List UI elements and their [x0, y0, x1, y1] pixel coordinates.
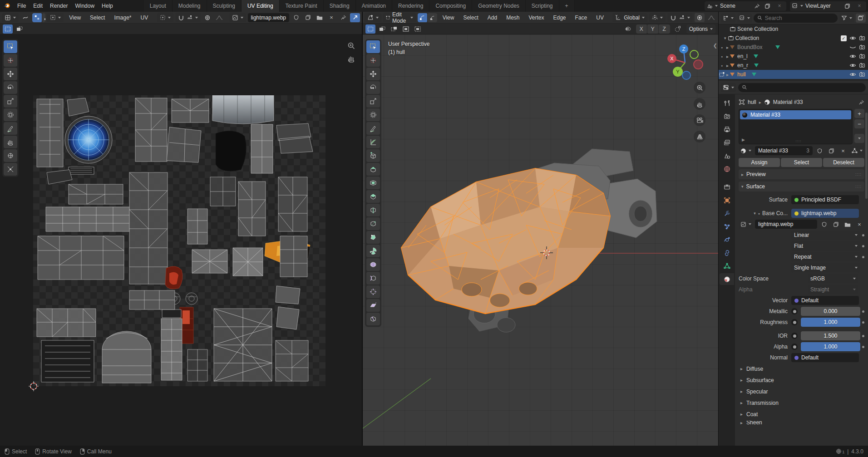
uv-menu-view[interactable]: View	[65, 12, 84, 23]
tab-scripting[interactable]: Scripting	[526, 0, 559, 12]
tool-measure[interactable]	[366, 136, 380, 148]
disable-render-icon[interactable]	[859, 63, 865, 68]
uv-canvas[interactable]	[0, 34, 362, 446]
uv-update-auto-icon[interactable]	[350, 13, 360, 22]
tab-compositing[interactable]: Compositing	[429, 0, 472, 12]
boxselect-invert-icon[interactable]	[401, 25, 411, 34]
menu-edit[interactable]: Edit	[30, 0, 46, 12]
panel-specular[interactable]: ▸Specular	[739, 387, 864, 396]
tool-spin[interactable]	[366, 245, 380, 257]
image-unlink-icon[interactable]: ×	[854, 220, 864, 229]
tool-transform[interactable]	[366, 108, 380, 121]
tool-rotate[interactable]	[366, 81, 380, 94]
tool-cursor[interactable]	[366, 54, 380, 67]
mirror-x-toggle[interactable]: X	[636, 25, 647, 34]
material-slot[interactable]: Material #33	[740, 110, 851, 119]
options-dropdown[interactable]: Options	[686, 25, 715, 34]
uv-menu-image[interactable]: Image*	[110, 12, 135, 23]
tab-material[interactable]	[720, 273, 734, 285]
tool-smooth[interactable]	[366, 258, 380, 271]
viewport-editor-type-button[interactable]	[365, 13, 381, 22]
pivot-dropdown[interactable]	[649, 13, 666, 22]
uv-2d-cursor[interactable]	[28, 381, 39, 392]
tab-output[interactable]	[720, 123, 734, 135]
uv-tool-scale[interactable]	[4, 95, 17, 108]
uv-sticky-select-button[interactable]	[47, 13, 64, 22]
toggle-perspective-button[interactable]	[694, 131, 705, 143]
boxselect-subtract-icon[interactable]	[389, 25, 399, 34]
collection-expand-icon[interactable]: ▾	[724, 36, 726, 40]
decorator-dot[interactable]	[862, 310, 864, 313]
vp-menu-select[interactable]: Select	[459, 12, 482, 23]
menu-help[interactable]: Help	[98, 0, 117, 12]
viewlayer-name[interactable]: ViewLayer	[805, 3, 840, 9]
new-viewlayer-icon[interactable]	[842, 1, 852, 10]
uv-tool-transform[interactable]	[4, 108, 17, 121]
outliner-search-input[interactable]	[765, 15, 834, 21]
outliner-row-en-l[interactable]: ● ▸ en_l	[719, 52, 868, 61]
outliner-row-scene-collection[interactable]: Scene Collection	[719, 25, 868, 34]
panel-sheen[interactable]: ▸Sheen	[739, 421, 864, 424]
zoom-button[interactable]	[694, 82, 705, 93]
panel-transmission[interactable]: ▸Transmission	[739, 398, 864, 408]
menu-file[interactable]: File	[14, 0, 30, 12]
tool-add-cube[interactable]	[366, 149, 380, 162]
tool-bevel[interactable]	[366, 190, 380, 203]
slot-specials-button[interactable]	[854, 134, 864, 143]
ior-socket-icon[interactable]	[791, 333, 798, 339]
browse-image-button[interactable]	[739, 220, 753, 229]
uv-image-browse-button[interactable]	[229, 13, 246, 22]
uv-image-fake-user-icon[interactable]	[291, 13, 301, 22]
hide-eye-icon[interactable]	[849, 35, 856, 41]
outliner-row-boundbox[interactable]: ● ▸ BoundBox	[719, 43, 868, 52]
tab-layout[interactable]: Layout	[144, 0, 173, 12]
uv-select-edge-icon[interactable]	[42, 13, 45, 22]
outliner-row-hull[interactable]: ▸ hull	[719, 70, 868, 79]
ior-slider[interactable]: 1.500	[801, 331, 860, 340]
tool-knife[interactable]	[366, 217, 380, 230]
image-new-icon[interactable]	[831, 220, 841, 229]
new-scene-icon[interactable]	[762, 1, 772, 10]
tab-geometry-nodes[interactable]: Geometry Nodes	[472, 0, 526, 12]
disable-render-icon[interactable]	[859, 44, 865, 50]
disable-render-icon[interactable]	[859, 54, 865, 59]
extensions-status[interactable]: 1	[836, 448, 844, 454]
hidden-eye-icon[interactable]	[849, 44, 856, 50]
navigation-gizmo[interactable]: Z X Y	[665, 41, 705, 82]
menu-window[interactable]: Window	[71, 0, 98, 12]
tab-constraints[interactable]	[720, 247, 734, 259]
vp-menu-uv[interactable]: UV	[592, 12, 607, 23]
select-mode-edge-icon[interactable]	[428, 13, 437, 22]
viewport-canvas[interactable]: User Perspective (1) hull	[363, 34, 718, 446]
boxselect-extend-icon[interactable]	[377, 25, 387, 34]
expand-icon[interactable]: ▸	[726, 63, 729, 68]
roughness-socket-icon[interactable]	[791, 319, 798, 325]
deselect-button[interactable]: Deselect	[823, 158, 864, 167]
tool-select-box[interactable]	[366, 40, 380, 53]
blender-logo-icon[interactable]	[2, 1, 12, 10]
pan-button[interactable]	[694, 98, 705, 110]
uv-pan-icon[interactable]	[347, 54, 355, 63]
scene-icon[interactable]	[706, 3, 713, 9]
tab-modifiers[interactable]	[720, 207, 734, 219]
panel-subsurface[interactable]: ▸Subsurface	[739, 375, 864, 385]
vp-menu-view[interactable]: View	[439, 12, 458, 23]
expand-icon[interactable]: ▸	[726, 45, 729, 50]
tab-shading[interactable]: Shading	[324, 0, 356, 12]
tab-modeling[interactable]: Modeling	[173, 0, 207, 12]
uv-select-vertex-icon[interactable]	[32, 13, 42, 22]
outliner-row-collection[interactable]: ▾ Collection ✓	[719, 34, 868, 43]
surface-shader-button[interactable]: Principled BSDF	[791, 195, 859, 204]
material-users-count[interactable]: 3	[806, 147, 809, 154]
uv-pin-icon[interactable]	[338, 13, 348, 22]
mirror-z-toggle[interactable]: Z	[659, 25, 670, 34]
uv-tool-select-box[interactable]	[4, 40, 17, 53]
orientation-dropdown[interactable]: Global	[612, 13, 647, 22]
tool-loop-cut[interactable]	[366, 204, 380, 216]
expand-icon[interactable]: ▸	[726, 72, 729, 77]
remove-slot-button[interactable]: −	[854, 119, 864, 128]
uv-pivot-button[interactable]	[157, 13, 173, 22]
uv-tool-grab[interactable]	[4, 136, 17, 148]
hide-eye-icon[interactable]	[849, 63, 856, 68]
uv-image-open-icon[interactable]	[315, 13, 325, 22]
